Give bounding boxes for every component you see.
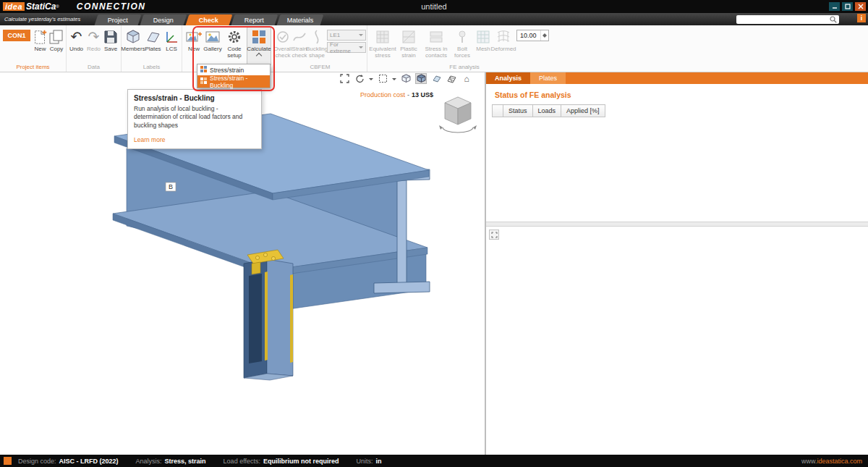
statusbar: Design code:AISC - LRFD (2022) Analysis:… bbox=[0, 455, 868, 467]
strain-check-icon bbox=[292, 28, 307, 46]
info-badge[interactable]: i bbox=[857, 14, 866, 22]
new-gallery-item-button[interactable]: New bbox=[185, 28, 203, 53]
units-status: Units:in bbox=[357, 458, 382, 465]
spin-down-icon[interactable] bbox=[542, 35, 547, 40]
view-solid-icon[interactable] bbox=[415, 73, 427, 84]
panel-section-divider[interactable] bbox=[486, 222, 868, 227]
deformation-scale-spinner[interactable]: 10.00 bbox=[516, 30, 549, 41]
overall-check-button[interactable]: Overall check bbox=[275, 28, 291, 59]
search-input[interactable] bbox=[739, 16, 830, 23]
group-label-labels: Labels bbox=[122, 64, 182, 70]
app-window: idea StatiCa ® CONNECTION untitled i Cal… bbox=[0, 0, 868, 467]
mesh-button[interactable]: Mesh bbox=[475, 28, 492, 53]
copy-icon bbox=[48, 28, 65, 46]
end-section-bottom-flange[interactable] bbox=[374, 282, 430, 293]
tab-check[interactable]: Check bbox=[186, 14, 233, 25]
save-icon bbox=[103, 28, 119, 46]
equivalent-stress-icon bbox=[375, 28, 391, 46]
member-label[interactable]: B bbox=[169, 183, 173, 190]
bolt-forces-button[interactable]: Bolt forces bbox=[451, 28, 473, 59]
bolt[interactable] bbox=[255, 256, 259, 259]
lcs-labels-button[interactable]: LCS bbox=[163, 28, 180, 53]
panel-tab-plates[interactable]: Plates bbox=[530, 72, 566, 84]
plates-icon bbox=[145, 28, 161, 46]
bolt[interactable] bbox=[263, 253, 267, 256]
production-cost-value: 13 US$ bbox=[412, 91, 433, 98]
strain-check-button[interactable]: Strain check bbox=[292, 28, 307, 59]
column-channel-recess[interactable] bbox=[249, 274, 262, 363]
con1-item-badge[interactable]: CON1 bbox=[3, 30, 30, 41]
save-button[interactable]: Save bbox=[103, 28, 119, 53]
view-transparent-icon[interactable] bbox=[430, 73, 442, 84]
panel-tabs: Analysis Plates bbox=[486, 72, 868, 84]
new-page-icon bbox=[33, 28, 48, 46]
undo-button[interactable]: ↶ Undo bbox=[68, 28, 85, 53]
search-icon[interactable] bbox=[830, 13, 837, 26]
deformed-button[interactable]: Deformed bbox=[493, 28, 514, 53]
gallery-icon bbox=[205, 28, 221, 46]
close-icon[interactable] bbox=[855, 2, 866, 11]
production-cost-label: Production cost bbox=[360, 91, 405, 98]
group-label-project-items: Project items bbox=[0, 64, 66, 70]
load-effect-combo[interactable]: LE1 bbox=[327, 30, 366, 41]
app-name: CONNECTION bbox=[77, 1, 146, 12]
view-wireframe-icon[interactable] bbox=[400, 73, 412, 84]
weld-strip-left[interactable] bbox=[265, 272, 268, 361]
plastic-strain-button[interactable]: Plastic strain bbox=[396, 28, 421, 59]
registered-mark: ® bbox=[56, 4, 59, 9]
calculate-button[interactable]: Calculate bbox=[247, 27, 271, 66]
minimize-icon[interactable] bbox=[829, 2, 840, 11]
gear-icon bbox=[226, 28, 242, 46]
tagline: Calculate yesterday's estimates bbox=[4, 16, 80, 22]
redo-icon: ↷ bbox=[88, 28, 100, 46]
learn-more-link[interactable]: Learn more bbox=[134, 136, 255, 143]
weld-strip-right[interactable] bbox=[290, 274, 293, 363]
fe-status-table: Status Loads Applied [%] bbox=[492, 104, 605, 117]
maximize-icon[interactable] bbox=[842, 2, 853, 11]
tab-materials[interactable]: Materials bbox=[277, 14, 324, 25]
collapse-chevron-icon[interactable] bbox=[256, 53, 262, 59]
buckling-shape-button[interactable]: Buckling shape bbox=[308, 28, 326, 59]
workplane-grid-icon[interactable] bbox=[446, 73, 457, 84]
stress-strain-icon bbox=[200, 66, 207, 74]
combo-arrow-icon bbox=[359, 46, 363, 51]
equivalent-stress-button[interactable]: Equivalent stress bbox=[370, 28, 395, 59]
spinner-arrows[interactable] bbox=[540, 30, 548, 41]
fe-status-heading: Status of FE analysis bbox=[495, 91, 868, 99]
tab-report[interactable]: Report bbox=[231, 14, 278, 25]
ribbon: CON1 New Copy Project items ↶ Undo ↷ Red… bbox=[0, 25, 868, 72]
stiffener-tab[interactable] bbox=[252, 262, 260, 274]
stress-in-contacts-button[interactable]: Stress in contacts bbox=[422, 28, 450, 59]
fit-view-icon[interactable] bbox=[339, 73, 350, 84]
new-project-item-button[interactable]: New bbox=[33, 28, 48, 53]
group-data: ↶ Undo ↷ Redo Save Data bbox=[67, 25, 122, 72]
bolt[interactable] bbox=[271, 256, 275, 260]
navigation-cube[interactable] bbox=[438, 94, 477, 139]
members-labels-button[interactable]: Members bbox=[123, 28, 143, 53]
tab-design[interactable]: Design bbox=[140, 14, 187, 25]
extreme-combo[interactable]: For extreme bbox=[327, 42, 366, 53]
panel-tab-analysis[interactable]: Analysis bbox=[486, 72, 530, 84]
end-section-web[interactable] bbox=[397, 180, 407, 284]
redo-button[interactable]: ↷ Redo bbox=[85, 28, 102, 53]
expand-section-button[interactable] bbox=[489, 230, 499, 240]
group-labels: Members Plates LCS Labels bbox=[122, 25, 182, 72]
copy-item-button[interactable]: Copy bbox=[48, 28, 64, 53]
status-col-blank bbox=[493, 105, 503, 117]
select-mode-icon[interactable] bbox=[377, 73, 388, 84]
code-setup-button[interactable]: Code setup bbox=[224, 28, 245, 59]
tab-project[interactable]: Project bbox=[95, 14, 142, 25]
status-col-status: Status bbox=[503, 105, 533, 117]
status-col-applied: Applied [%] bbox=[561, 105, 605, 117]
menu-item-stress-strain-buckling[interactable]: Stress/strain - Buckling bbox=[197, 75, 270, 88]
gallery-button[interactable]: Gallery bbox=[203, 28, 222, 53]
website-link[interactable]: www.ideastatica.com bbox=[801, 458, 862, 465]
column-front-face[interactable] bbox=[267, 259, 293, 376]
plates-labels-button[interactable]: Plates bbox=[144, 28, 162, 53]
home-view-icon[interactable]: ⌂ bbox=[461, 73, 472, 84]
members-cube-icon bbox=[125, 28, 141, 46]
group-label-fe-analysis: FE analysis bbox=[421, 64, 508, 70]
orbit-view-icon[interactable] bbox=[354, 73, 365, 84]
select-options-chevron-icon[interactable] bbox=[392, 78, 396, 83]
orbit-options-chevron-icon[interactable] bbox=[369, 78, 373, 83]
